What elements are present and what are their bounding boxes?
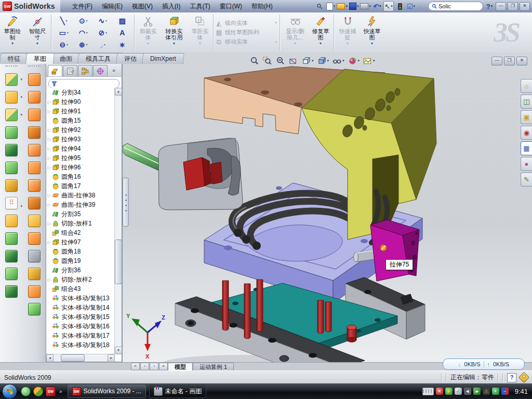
display-style-button[interactable]: ▾	[316, 56, 330, 66]
doc-minimize-button[interactable]: —	[491, 57, 502, 65]
tray-security-alert-icon[interactable]: ✕	[436, 388, 443, 395]
stack-button[interactable]: ▦线性草图阵列	[215, 29, 278, 36]
mold-tool-icon[interactable]	[5, 179, 18, 192]
options-button[interactable]: ☑▾	[406, 2, 416, 11]
tree-item[interactable]: ▷曲面-拉伸38	[46, 191, 115, 200]
doc-restore-button[interactable]: ❐	[504, 57, 515, 65]
tree-filter-input[interactable]	[48, 79, 119, 88]
task-pane-custom-properties-tab[interactable]: ✎	[521, 172, 532, 187]
rebuild-button[interactable]	[395, 2, 405, 11]
new-file-button[interactable]: ▾	[326, 2, 335, 11]
mold-tool-icon[interactable]	[5, 162, 18, 174]
help-button[interactable]: ?▾	[485, 2, 494, 11]
hide-show-items-button[interactable]: ▾	[331, 56, 345, 66]
mold-tool-icon[interactable]	[28, 232, 41, 245]
dimension-button[interactable]: 智能尺 寸▼	[25, 12, 50, 52]
tree-item[interactable]: 圆角15	[46, 116, 115, 125]
offset-button[interactable]: 等距实 体▼	[188, 12, 212, 52]
open-file-button[interactable]: ▾	[337, 2, 348, 11]
task-pane-view-palette-tab[interactable]: ▦	[521, 141, 532, 155]
mold-tool-icon[interactable]	[5, 126, 18, 139]
tab-configuration-manager[interactable]	[78, 65, 92, 76]
tree-item[interactable]: 实体-移动/复制17	[46, 331, 115, 340]
prev-tab-button[interactable]: ‹	[140, 363, 149, 370]
task-pane-design-library-tab[interactable]: ◫	[521, 95, 532, 109]
tray-update-icon[interactable]: ✓	[455, 388, 462, 395]
section-view-button[interactable]	[287, 56, 299, 66]
tree-item[interactable]: 圆角17	[46, 181, 115, 191]
sketch-entity-button[interactable]: ⊘▾	[93, 26, 113, 38]
task-pane-file-explorer-tab[interactable]: ▣	[521, 110, 532, 124]
zoom-area-button[interactable]	[261, 56, 273, 66]
expand-arrow-icon[interactable]: ▷	[46, 137, 52, 142]
last-tab-button[interactable]: »	[159, 363, 168, 370]
tree-item[interactable]: ▷拉伸96	[46, 163, 115, 172]
quicklaunch-chevron-icon[interactable]: »	[59, 389, 62, 394]
scroll-down-button[interactable]: ▼	[115, 347, 122, 354]
tree-item[interactable]: 分割34	[46, 88, 115, 97]
tab-property-manager[interactable]	[63, 65, 77, 76]
toolbar-grip[interactable]	[5, 65, 18, 69]
tree-item[interactable]: ▷切除-放样1	[46, 219, 115, 228]
mold-tool-icon[interactable]	[5, 268, 18, 280]
menu-item[interactable]: 编辑(E)	[97, 0, 127, 12]
app-restore-button[interactable]: ❐	[508, 2, 518, 11]
quicklaunch-messenger-icon[interactable]	[21, 387, 31, 396]
tree-item[interactable]: ▷拉伸94	[46, 144, 115, 153]
scroll-left-button[interactable]: ◄	[46, 354, 54, 362]
mold-tool-icon[interactable]	[28, 179, 41, 192]
zoom-previous-button[interactable]	[274, 56, 286, 66]
tree-item[interactable]: ▷切除-放样2	[46, 275, 115, 284]
part-stop-pin[interactable]	[347, 325, 356, 342]
tree-item[interactable]: ▷拉伸92	[46, 125, 115, 135]
scroll-up-button[interactable]: ▲	[115, 88, 122, 96]
menu-item[interactable]: 帮助(H)	[247, 0, 277, 12]
tray-sync-icon[interactable]: −	[501, 388, 509, 395]
mold-tool-icon[interactable]	[28, 268, 41, 280]
task-pane-appearances-tab[interactable]: ●	[521, 157, 532, 171]
tray-volume-icon[interactable]: ◄	[464, 388, 471, 395]
mold-tool-icon[interactable]	[28, 285, 41, 298]
sketch-entity-button[interactable]: ∗	[113, 38, 132, 50]
view-orientation-button[interactable]: ▾	[300, 56, 315, 66]
stack-button[interactable]: ◭镜向实体▾	[215, 19, 278, 27]
taskbar-task-solidworks[interactable]: SWSolidWorks 2009 - ...	[68, 384, 146, 398]
tree-item[interactable]: ▷拉伸90	[46, 97, 115, 107]
tray-warning-icon[interactable]: ⚠	[483, 388, 490, 395]
sketch-entity-button[interactable]: ∿▾	[93, 15, 113, 26]
undo-button[interactable]: ↶▾	[373, 2, 382, 11]
doc-close-button[interactable]: ✕	[516, 57, 527, 65]
mold-tool-icon[interactable]	[5, 285, 18, 298]
quick-tips-icon[interactable]: ?	[507, 373, 516, 382]
sketch-entity-button[interactable]: ⊕▾	[74, 38, 94, 50]
taskbar-task-paint[interactable]: 未命名 - 画图	[149, 384, 207, 398]
stack-button[interactable]: ⧉移动实体▾	[215, 38, 278, 46]
command-tab-草图[interactable]: 草图	[25, 53, 55, 64]
tree-item[interactable]: ▷拉伸93	[46, 135, 115, 144]
mold-tool-icon[interactable]	[28, 73, 41, 86]
mold-tool-icon[interactable]	[5, 250, 18, 262]
next-tab-button[interactable]: ›	[150, 363, 158, 370]
tree-item[interactable]: 组合42	[46, 228, 115, 237]
select-tool-button[interactable]: ↖▾	[383, 1, 394, 11]
menu-item[interactable]: 文件(F)	[68, 0, 97, 12]
tree-item[interactable]: ▷拉伸97	[46, 237, 115, 247]
mold-tool-icon[interactable]: ▾	[5, 109, 18, 121]
tree-item[interactable]: ▷曲面-拉伸39	[46, 200, 115, 209]
tree-horizontal-scrollbar[interactable]: ◄ ►	[46, 354, 115, 362]
sketch-button[interactable]: 草图绘 制▼	[0, 12, 25, 52]
expand-arrow-icon[interactable]: ▷	[46, 277, 52, 282]
snap-button[interactable]: 快速捕 捉▼	[336, 12, 360, 52]
tree-item[interactable]: 实体-移动/复制15	[46, 312, 115, 322]
expand-arrow-icon[interactable]: ▷	[46, 193, 52, 198]
mold-tool-icon[interactable]	[28, 126, 41, 139]
expand-arrow-icon[interactable]: ▷	[46, 156, 52, 161]
tab-dimxpert-manager[interactable]	[93, 65, 108, 76]
expand-arrow-icon[interactable]: ▷	[46, 203, 52, 207]
sketch-entity-button[interactable]: ▨	[113, 15, 132, 26]
mold-tool-icon[interactable]	[28, 215, 41, 227]
tree-item[interactable]: 实体-移动/复制13	[46, 294, 115, 303]
app-close-button[interactable]: ✕	[520, 2, 530, 11]
pin-icon[interactable]	[315, 2, 324, 11]
tree-item[interactable]: ▷拉伸95	[46, 153, 115, 163]
